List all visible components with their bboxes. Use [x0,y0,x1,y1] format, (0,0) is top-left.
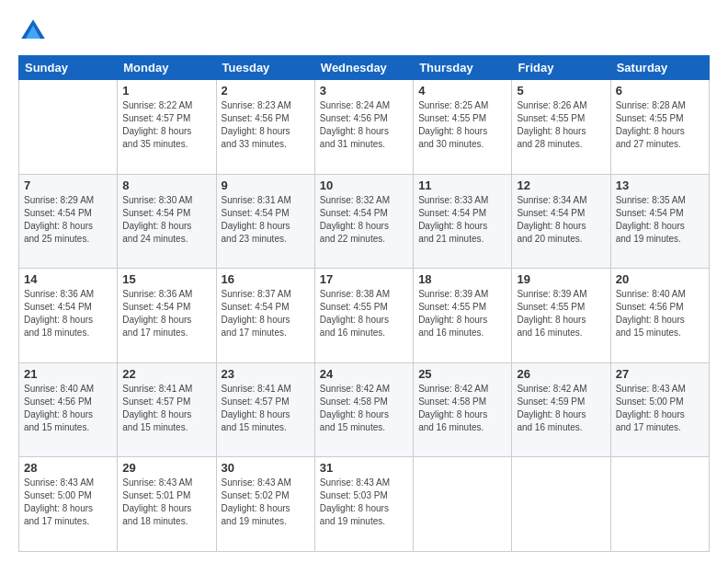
day-number: 18 [418,272,506,286]
calendar-cell: 14Sunrise: 8:36 AM Sunset: 4:54 PM Dayli… [19,269,118,363]
calendar-cell: 11Sunrise: 8:33 AM Sunset: 4:54 PM Dayli… [414,174,512,269]
calendar-cell: 3Sunrise: 8:24 AM Sunset: 4:56 PM Daylig… [314,80,413,175]
day-info: Sunrise: 8:38 AM Sunset: 4:55 PM Dayligh… [320,288,408,339]
calendar-cell: 19Sunrise: 8:39 AM Sunset: 4:55 PM Dayli… [512,269,610,363]
day-info: Sunrise: 8:22 AM Sunset: 4:57 PM Dayligh… [122,99,210,151]
day-number: 29 [122,461,210,475]
day-info: Sunrise: 8:29 AM Sunset: 4:54 PM Dayligh… [24,194,112,246]
calendar-cell: 15Sunrise: 8:36 AM Sunset: 4:54 PM Dayli… [118,269,216,363]
day-info: Sunrise: 8:37 AM Sunset: 4:54 PM Dayligh… [222,288,310,339]
calendar-cell: 18Sunrise: 8:39 AM Sunset: 4:55 PM Dayli… [414,269,512,363]
calendar-cell: 20Sunrise: 8:40 AM Sunset: 4:56 PM Dayli… [610,269,709,363]
header-day-tuesday: Tuesday [216,56,314,80]
day-number: 28 [24,461,112,475]
calendar-cell: 30Sunrise: 8:43 AM Sunset: 5:02 PM Dayli… [216,457,314,552]
calendar-cell: 26Sunrise: 8:42 AM Sunset: 4:59 PM Dayli… [512,362,610,457]
calendar-cell: 13Sunrise: 8:35 AM Sunset: 4:54 PM Dayli… [610,174,709,269]
calendar-cell: 16Sunrise: 8:37 AM Sunset: 4:54 PM Dayli… [216,269,314,363]
day-number: 23 [222,367,310,381]
week-row-0: 1Sunrise: 8:22 AM Sunset: 4:57 PM Daylig… [19,80,710,175]
calendar-cell: 28Sunrise: 8:43 AM Sunset: 5:00 PM Dayli… [19,457,118,552]
day-info: Sunrise: 8:42 AM Sunset: 4:58 PM Dayligh… [320,383,408,434]
day-number: 10 [320,178,408,192]
week-row-2: 14Sunrise: 8:36 AM Sunset: 4:54 PM Dayli… [19,269,710,363]
calendar-cell: 22Sunrise: 8:41 AM Sunset: 4:57 PM Dayli… [118,362,216,457]
calendar-cell [414,457,512,552]
day-number: 2 [222,84,310,98]
calendar-cell [610,457,709,552]
calendar-cell: 29Sunrise: 8:43 AM Sunset: 5:01 PM Dayli… [118,457,216,552]
calendar-cell: 24Sunrise: 8:42 AM Sunset: 4:58 PM Dayli… [314,362,413,457]
header-day-monday: Monday [118,56,216,80]
day-number: 25 [418,367,506,381]
day-number: 6 [616,84,704,98]
day-number: 4 [418,84,506,98]
day-number: 14 [24,272,112,286]
day-number: 20 [616,272,704,286]
day-number: 3 [320,84,408,98]
day-number: 1 [122,84,210,98]
calendar-body: 1Sunrise: 8:22 AM Sunset: 4:57 PM Daylig… [19,80,710,552]
day-number: 15 [122,272,210,286]
header-day-friday: Friday [512,56,610,80]
week-row-3: 21Sunrise: 8:40 AM Sunset: 4:56 PM Dayli… [19,362,710,457]
calendar-cell: 2Sunrise: 8:23 AM Sunset: 4:56 PM Daylig… [216,80,314,175]
day-number: 12 [517,178,605,192]
day-info: Sunrise: 8:33 AM Sunset: 4:54 PM Dayligh… [418,194,506,246]
calendar-cell: 23Sunrise: 8:41 AM Sunset: 4:57 PM Dayli… [216,362,314,457]
day-number: 27 [616,367,704,381]
day-info: Sunrise: 8:34 AM Sunset: 4:54 PM Dayligh… [517,194,605,246]
day-info: Sunrise: 8:35 AM Sunset: 4:54 PM Dayligh… [616,194,704,246]
day-number: 16 [222,272,310,286]
calendar-cell: 25Sunrise: 8:42 AM Sunset: 4:58 PM Dayli… [414,362,512,457]
day-info: Sunrise: 8:39 AM Sunset: 4:55 PM Dayligh… [418,288,506,339]
day-info: Sunrise: 8:31 AM Sunset: 4:54 PM Dayligh… [222,194,310,246]
calendar-cell: 7Sunrise: 8:29 AM Sunset: 4:54 PM Daylig… [19,174,118,269]
week-row-1: 7Sunrise: 8:29 AM Sunset: 4:54 PM Daylig… [19,174,710,269]
day-number: 21 [24,367,112,381]
day-number: 17 [320,272,408,286]
day-info: Sunrise: 8:30 AM Sunset: 4:54 PM Dayligh… [122,194,210,246]
day-number: 26 [517,367,605,381]
calendar-cell: 9Sunrise: 8:31 AM Sunset: 4:54 PM Daylig… [216,174,314,269]
calendar-cell: 31Sunrise: 8:43 AM Sunset: 5:03 PM Dayli… [314,457,413,552]
calendar-table: SundayMondayTuesdayWednesdayThursdayFrid… [18,55,710,552]
day-number: 11 [418,178,506,192]
day-info: Sunrise: 8:26 AM Sunset: 4:55 PM Dayligh… [517,99,605,151]
day-number: 22 [122,367,210,381]
header [18,17,710,46]
calendar-cell: 12Sunrise: 8:34 AM Sunset: 4:54 PM Dayli… [512,174,610,269]
calendar-cell: 27Sunrise: 8:43 AM Sunset: 5:00 PM Dayli… [610,362,709,457]
week-row-4: 28Sunrise: 8:43 AM Sunset: 5:00 PM Dayli… [19,457,710,552]
calendar-cell [512,457,610,552]
header-day-sunday: Sunday [19,56,118,80]
day-info: Sunrise: 8:43 AM Sunset: 5:03 PM Dayligh… [320,477,408,528]
header-day-thursday: Thursday [414,56,512,80]
day-number: 5 [517,84,605,98]
day-number: 8 [122,178,210,192]
day-info: Sunrise: 8:42 AM Sunset: 4:58 PM Dayligh… [418,383,506,434]
day-info: Sunrise: 8:36 AM Sunset: 4:54 PM Dayligh… [122,288,210,339]
calendar-cell: 6Sunrise: 8:28 AM Sunset: 4:55 PM Daylig… [610,80,709,175]
header-row: SundayMondayTuesdayWednesdayThursdayFrid… [19,56,710,80]
calendar-header: SundayMondayTuesdayWednesdayThursdayFrid… [19,56,710,80]
calendar-cell: 8Sunrise: 8:30 AM Sunset: 4:54 PM Daylig… [118,174,216,269]
day-info: Sunrise: 8:43 AM Sunset: 5:00 PM Dayligh… [616,383,704,434]
day-number: 30 [222,461,310,475]
day-number: 24 [320,367,408,381]
calendar-cell: 21Sunrise: 8:40 AM Sunset: 4:56 PM Dayli… [19,362,118,457]
calendar-cell: 10Sunrise: 8:32 AM Sunset: 4:54 PM Dayli… [314,174,413,269]
day-number: 31 [320,461,408,475]
day-info: Sunrise: 8:42 AM Sunset: 4:59 PM Dayligh… [517,383,605,434]
header-day-saturday: Saturday [610,56,709,80]
day-number: 19 [517,272,605,286]
day-info: Sunrise: 8:43 AM Sunset: 5:01 PM Dayligh… [122,477,210,528]
logo [18,17,51,46]
calendar-cell: 17Sunrise: 8:38 AM Sunset: 4:55 PM Dayli… [314,269,413,363]
calendar-cell [19,80,118,175]
day-info: Sunrise: 8:23 AM Sunset: 4:56 PM Dayligh… [222,99,310,151]
day-info: Sunrise: 8:40 AM Sunset: 4:56 PM Dayligh… [24,383,112,434]
calendar-cell: 1Sunrise: 8:22 AM Sunset: 4:57 PM Daylig… [118,80,216,175]
day-info: Sunrise: 8:32 AM Sunset: 4:54 PM Dayligh… [320,194,408,246]
day-info: Sunrise: 8:41 AM Sunset: 4:57 PM Dayligh… [122,383,210,434]
